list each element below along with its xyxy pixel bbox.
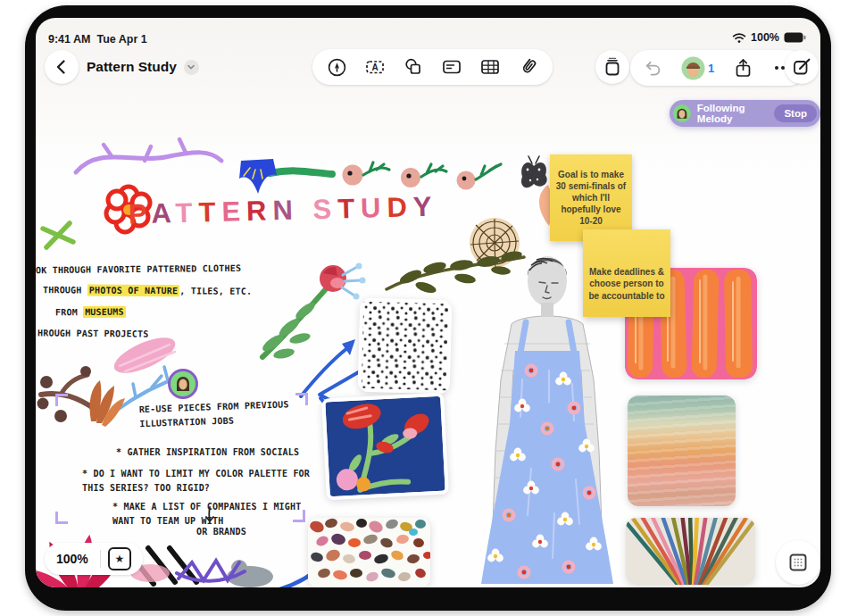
- followed-user-avatar: [673, 103, 691, 124]
- battery-icon: [784, 32, 806, 43]
- sticky-note-text: Make deadlines & choose person to be acc…: [588, 266, 665, 302]
- status-date: Tue Apr 1: [96, 33, 146, 46]
- checklist-line[interactable]: THROUGH PHOTOS OF NATURE, TILES, ETC.: [43, 285, 252, 296]
- board-title-menu[interactable]: Pattern Study: [87, 59, 199, 75]
- paint-daubs-image[interactable]: [308, 518, 430, 587]
- collaborator-cursor: [168, 369, 198, 399]
- stop-following-button[interactable]: Stop: [774, 104, 817, 122]
- compose-icon: [792, 57, 811, 77]
- floral-painting-image[interactable]: [321, 392, 449, 500]
- insert-toolbar: A: [312, 49, 553, 85]
- note-text[interactable]: * GATHER INSPIRATION FROM SOCIALS: [116, 445, 299, 460]
- boards-stack-button[interactable]: [595, 50, 629, 84]
- board-title: Pattern Study: [87, 59, 177, 75]
- note-arrow-label[interactable]: OR BRANDS: [196, 525, 246, 539]
- selection-handle-top-left[interactable]: [55, 394, 68, 406]
- favorite-button[interactable]: ★: [101, 547, 138, 570]
- note-text[interactable]: * MAKE A LIST OF COMPANIES I MIGHT WANT …: [112, 500, 318, 528]
- undo-icon: [643, 58, 663, 79]
- shapes-tool-button[interactable]: [395, 51, 431, 83]
- svg-text:A: A: [372, 62, 379, 72]
- new-board-button[interactable]: [785, 50, 819, 84]
- ipad-frame: 9:41 AM Tue Apr 1 100% Pattern Study: [25, 5, 831, 611]
- purple-scribble-drawing[interactable]: [125, 552, 277, 587]
- status-time: 9:41 AM: [48, 33, 90, 46]
- share-icon: [734, 58, 753, 79]
- star-icon: ★: [108, 547, 131, 570]
- note-card-icon: [441, 56, 462, 78]
- text-box-icon: A: [364, 56, 386, 78]
- status-right: 100%: [732, 31, 806, 44]
- minimap-button[interactable]: [776, 540, 820, 585]
- wifi-icon: [732, 32, 746, 44]
- pastel-texture: [628, 395, 736, 506]
- title-chevron-down-icon: [184, 60, 199, 75]
- zoom-level-button[interactable]: 100%: [45, 552, 100, 566]
- back-chevron-icon: [53, 58, 71, 76]
- zoom-controls: 100% ★: [45, 543, 143, 575]
- collaborator-cursor-avatar: [171, 371, 196, 396]
- share-button[interactable]: [732, 52, 753, 84]
- screen: 9:41 AM Tue Apr 1 100% Pattern Study: [36, 18, 820, 587]
- sticky-note-tool-button[interactable]: [434, 51, 470, 83]
- dot-pattern-image[interactable]: [358, 298, 453, 395]
- ray-burst-image[interactable]: [626, 518, 755, 585]
- draw-pen-icon: [327, 57, 347, 78]
- battery-percent: 100%: [751, 31, 779, 44]
- boards-stack-icon: [603, 57, 622, 77]
- table-icon: [479, 56, 501, 78]
- brown-branch-collage[interactable]: [36, 355, 138, 445]
- collaborator-avatar: [681, 56, 705, 80]
- back-button[interactable]: [45, 50, 79, 84]
- following-label: Following Melody: [697, 103, 769, 124]
- attachment-tool-button[interactable]: [511, 51, 546, 83]
- checklist-line[interactable]: OK THROUGH FAVORITE PATTERNED CLOTHES: [36, 263, 241, 275]
- minimap-icon: [787, 552, 809, 573]
- sticky-note[interactable]: Goal is to make 30 semi-finals of which …: [550, 154, 632, 241]
- collaboration-toolbar: 1: [630, 50, 806, 86]
- pastel-landscape-image[interactable]: [628, 395, 736, 506]
- shapes-icon: [403, 56, 424, 78]
- selection-handle-bottom-left[interactable]: [55, 512, 68, 524]
- selection-handle-bottom-right[interactable]: [293, 510, 305, 522]
- collaborator-count-badge: 1: [708, 62, 714, 75]
- text-tool-button[interactable]: A: [357, 51, 393, 83]
- paperclip-icon: [518, 56, 539, 78]
- sticky-note[interactable]: Make deadlines & choose person to be acc…: [583, 229, 670, 317]
- selection-handle-top-right[interactable]: [295, 393, 308, 405]
- undo-button[interactable]: [642, 52, 663, 84]
- note-text[interactable]: RE-USE PIECES FROM PREVIOUS ILLUSTRATION…: [139, 397, 301, 430]
- table-tool-button[interactable]: [472, 51, 508, 83]
- sticky-note-text: Goal is to make 30 semi-finals of which …: [555, 169, 627, 228]
- checklist-line[interactable]: FROM MUSEUMS: [55, 307, 126, 318]
- checklist-line[interactable]: HROUGH PAST PROJECTS: [37, 328, 149, 338]
- draw-tool-button[interactable]: [319, 51, 354, 83]
- following-banner: Following Melody Stop: [670, 100, 820, 127]
- status-left: 9:41 AM Tue Apr 1: [48, 33, 147, 46]
- moth-drawing: [521, 156, 547, 187]
- collaborators-button[interactable]: 1: [681, 56, 714, 80]
- note-text[interactable]: * DO I WANT TO LIMIT MY COLOR PALETTE FO…: [82, 467, 319, 495]
